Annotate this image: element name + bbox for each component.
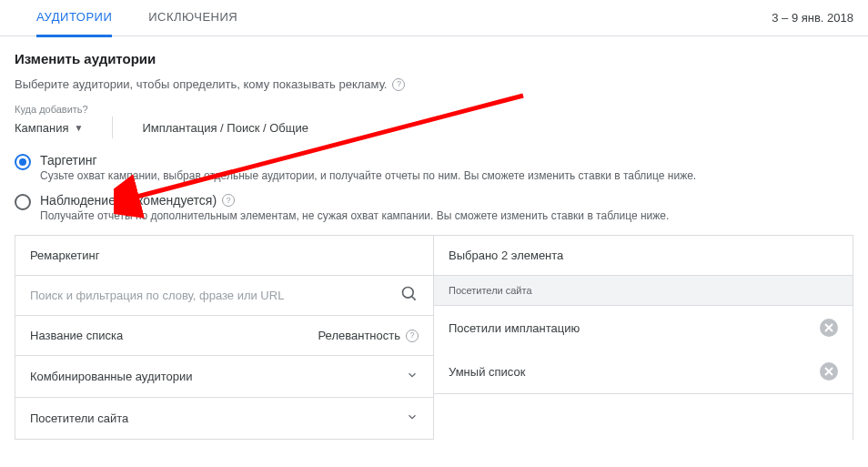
radio-targeting-title: Таргетинг: [40, 153, 696, 168]
help-icon[interactable]: ?: [392, 78, 405, 91]
radio-observation-title: Наблюдение (рекомендуется): [40, 193, 217, 208]
selected-item: Умный список: [434, 350, 853, 393]
right-header: Выбрано 2 элемента: [434, 236, 853, 276]
radio-group: Таргетинг Сузьте охват кампании, выбрав …: [15, 153, 853, 222]
chevron-down-icon: [406, 411, 419, 426]
table-header-row: Название списка Релевантность ?: [15, 316, 433, 356]
radio-targeting[interactable]: Таргетинг Сузьте охват кампании, выбрав …: [15, 153, 853, 182]
where-row: Куда добавить? Кампания ▼ Имплантация / …: [15, 104, 853, 138]
help-icon[interactable]: ?: [406, 330, 419, 342]
panel-right: Выбрано 2 элемента Посетители сайта Посе…: [434, 236, 853, 440]
search-row: [15, 276, 433, 316]
topbar: АУДИТОРИИ ИСКЛЮЧЕНИЯ 3 – 9 янв. 2018: [0, 0, 868, 36]
svg-point-0: [403, 288, 414, 299]
chevron-down-icon: [406, 369, 419, 384]
left-header-label: Ремаркетинг: [30, 249, 100, 262]
search-icon[interactable]: [400, 285, 419, 306]
vertical-divider: [112, 117, 113, 138]
col-relevance-label: Релевантность: [318, 329, 400, 342]
date-range[interactable]: 3 – 9 янв. 2018: [772, 11, 853, 25]
subtitle-text: Выберите аудитории, чтобы определить, ко…: [15, 77, 387, 91]
search-input[interactable]: [30, 289, 393, 302]
page-title: Изменить аудитории: [15, 51, 853, 66]
section-label: Посетители сайта: [434, 276, 853, 306]
level-dropdown[interactable]: Кампания ▼: [15, 121, 83, 135]
tabs: АУДИТОРИИ ИСКЛЮЧЕНИЯ: [36, 0, 237, 37]
list-item-combined[interactable]: Комбинированные аудитории: [15, 356, 433, 398]
svg-line-1: [412, 297, 416, 300]
tab-exclusions[interactable]: ИСКЛЮЧЕНИЯ: [148, 0, 237, 37]
help-icon[interactable]: ?: [222, 194, 235, 207]
page-subtitle: Выберите аудитории, чтобы определить, ко…: [15, 77, 853, 91]
right-header-label: Выбрано 2 элемента: [449, 249, 563, 262]
radio-icon: [15, 154, 31, 170]
radio-observation-desc: Получайте отчеты по дополнительным элеме…: [40, 209, 669, 222]
radio-targeting-desc: Сузьте охват кампании, выбрав отдельные …: [40, 169, 696, 182]
radio-observation[interactable]: Наблюдение (рекомендуется) ? Получайте о…: [15, 193, 853, 222]
left-header[interactable]: Ремаркетинг: [15, 236, 433, 276]
level-dropdown-label: Кампания: [15, 121, 69, 135]
remove-button[interactable]: [820, 362, 838, 381]
campaign-path: Имплантация / Поиск / Общие: [142, 121, 308, 135]
list-item-visitors[interactable]: Посетители сайта: [15, 398, 433, 440]
remove-button[interactable]: [820, 319, 838, 337]
list-item-label: Посетители сайта: [30, 411, 128, 425]
caret-down-icon: ▼: [75, 123, 84, 133]
panel-left: Ремаркетинг Название списка Релевантност…: [15, 236, 434, 440]
list-item-label: Комбинированные аудитории: [30, 370, 193, 383]
tab-audiences[interactable]: АУДИТОРИИ: [36, 0, 112, 37]
selected-item-label: Посетили имплантацию: [449, 321, 580, 335]
radio-icon: [15, 194, 31, 210]
selected-item: Посетили имплантацию: [434, 306, 853, 350]
col-name-label: Название списка: [30, 329, 123, 342]
selector-panels: Ремаркетинг Название списка Релевантност…: [15, 235, 853, 440]
content: Изменить аудитории Выберите аудитории, ч…: [0, 36, 868, 440]
selected-item-label: Умный список: [449, 365, 525, 379]
where-label: Куда добавить?: [15, 104, 853, 115]
